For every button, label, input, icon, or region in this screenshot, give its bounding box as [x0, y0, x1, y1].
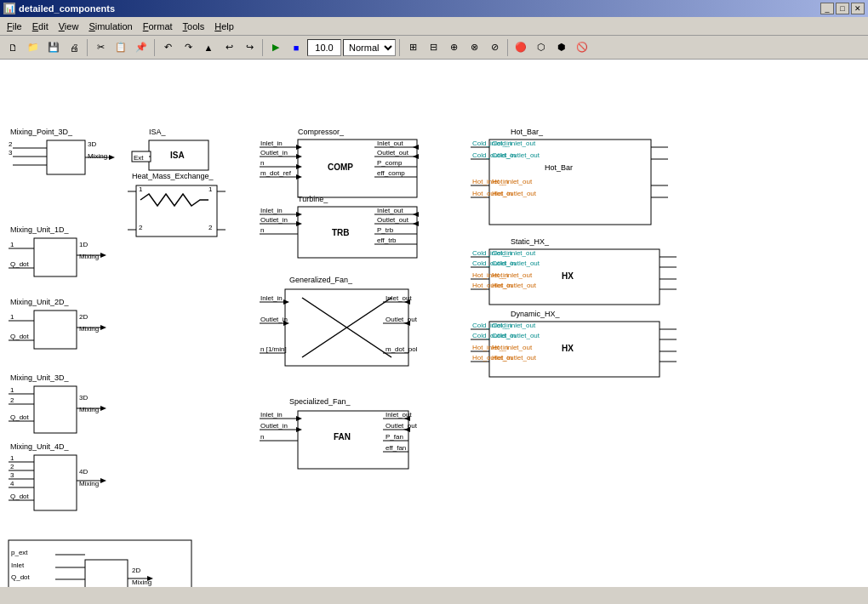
svg-text:Hot_outlet_out: Hot_outlet_out [492, 354, 537, 362]
next-button[interactable]: ↪ [240, 38, 259, 57]
svg-rect-1 [47, 140, 85, 174]
svg-text:eff_trb: eff_trb [377, 236, 397, 244]
sep5 [507, 39, 508, 56]
svg-text:HX: HX [562, 344, 574, 353]
print-button[interactable]: 🖨 [65, 38, 83, 57]
tb-btn-8[interactable]: ⬢ [552, 38, 571, 57]
tb-btn-7[interactable]: ⬡ [532, 38, 551, 57]
svg-text:Compressor_: Compressor_ [298, 128, 345, 136]
svg-text:Mixing_Unit_1D_: Mixing_Unit_1D_ [10, 225, 70, 234]
stop-button[interactable]: ■ [287, 38, 306, 57]
tb-btn-2[interactable]: ⊟ [424, 38, 443, 57]
new-button[interactable]: 🗋 [3, 38, 22, 57]
svg-text:Mixing_Unit_2D_: Mixing_Unit_2D_ [10, 298, 70, 306]
close-button[interactable]: ✕ [851, 3, 865, 14]
svg-text:2: 2 [10, 396, 14, 404]
tb-btn-4[interactable]: ⊗ [465, 38, 483, 57]
up-button[interactable]: ▲ [199, 38, 218, 57]
svg-text:Outlet_out: Outlet_out [385, 316, 418, 323]
svg-text:Hot_outlet_out: Hot_outlet_out [492, 190, 537, 197]
svg-text:Cold_inlet_out: Cold_inlet_out [492, 322, 536, 329]
menu-view[interactable]: View [54, 20, 84, 33]
title-bar: 📊 detailed_components _ □ ✕ [0, 0, 868, 17]
svg-text:1: 1 [10, 241, 14, 248]
sep4 [399, 39, 400, 56]
diagram-svg: Mixing_Point_3D_ 2 3 3D Mixing ISA_ ISA … [0, 60, 868, 587]
svg-text:FAN: FAN [334, 432, 351, 442]
sep3 [262, 39, 263, 56]
svg-text:eff_fan: eff_fan [385, 444, 406, 452]
svg-text:1: 1 [10, 313, 14, 321]
svg-text:Inlet: Inlet [11, 561, 25, 569]
svg-text:Hot_Bar: Hot_Bar [545, 163, 573, 172]
zoom-input[interactable] [307, 39, 341, 56]
title-controls[interactable]: _ □ ✕ [820, 3, 865, 14]
svg-text:Cold_outlet_out: Cold_outlet_out [492, 332, 540, 339]
canvas[interactable]: Mixing_Point_3D_ 2 3 3D Mixing ISA_ ISA … [0, 60, 868, 587]
undo-button[interactable]: ↶ [158, 38, 177, 57]
svg-text:Hot_Bar_: Hot_Bar_ [511, 128, 544, 136]
svg-text:1D: 1D [79, 241, 88, 248]
svg-text:n: n [260, 159, 264, 167]
title-icon: 📊 [3, 3, 15, 14]
svg-text:n: n [260, 226, 264, 234]
svg-text:3D: 3D [88, 140, 96, 148]
copy-button[interactable]: 📋 [111, 38, 130, 57]
svg-text:TRB: TRB [332, 228, 350, 237]
svg-text:m_dot_ref: m_dot_ref [260, 169, 292, 177]
menu-edit[interactable]: Edit [27, 20, 54, 33]
svg-text:2: 2 [9, 140, 13, 148]
tb-btn-6[interactable]: 🔴 [511, 38, 530, 57]
open-button[interactable]: 📁 [24, 38, 43, 57]
svg-text:Mixing: Mixing [88, 152, 107, 160]
svg-text:Static_HX_: Static_HX_ [511, 237, 550, 246]
sep2 [154, 39, 155, 56]
svg-text:2: 2 [10, 463, 14, 470]
menu-simulation[interactable]: Simulation [83, 20, 137, 33]
redo-button[interactable]: ↷ [179, 38, 197, 57]
svg-text:3: 3 [10, 471, 14, 479]
toolbar: 🗋 📁 💾 🖨 ✂ 📋 📌 ↶ ↷ ▲ ↩ ↪ ▶ ■ Normal Debug… [0, 36, 868, 60]
svg-text:Cold_outlet_out: Cold_outlet_out [492, 151, 540, 159]
svg-text:COMP: COMP [328, 162, 353, 172]
tb-btn-3[interactable]: ⊕ [444, 38, 463, 57]
mode-select[interactable]: Normal Debug [343, 39, 396, 56]
tb-btn-5[interactable]: ⊘ [485, 38, 504, 57]
svg-text:Mixing: Mixing [79, 480, 99, 487]
maximize-button[interactable]: □ [836, 3, 849, 14]
menu-file[interactable]: File [2, 20, 27, 33]
menu-format[interactable]: Format [138, 20, 178, 33]
svg-text:Mixing_Unit_4D_: Mixing_Unit_4D_ [10, 442, 70, 451]
svg-text:1: 1 [10, 386, 14, 394]
svg-text:ISA: ISA [170, 151, 185, 160]
svg-text:Cold_inlet_out: Cold_inlet_out [492, 140, 536, 147]
svg-text:Specialized_Fan_: Specialized_Fan_ [289, 397, 351, 406]
svg-rect-204 [34, 455, 77, 510]
svg-text:Outlet_out: Outlet_out [377, 216, 409, 224]
save-button[interactable]: 💾 [44, 38, 63, 57]
prev-button[interactable]: ↩ [220, 38, 238, 57]
svg-text:Q_dot: Q_dot [10, 260, 30, 268]
paste-button[interactable]: 📌 [132, 38, 151, 57]
tb-btn-1[interactable]: ⊞ [403, 38, 422, 57]
svg-text:Dynamic_HX_: Dynamic_HX_ [511, 310, 561, 318]
svg-text:Inlet_out: Inlet_out [385, 294, 412, 302]
menu-bar: File Edit View Simulation Format Tools H… [0, 17, 868, 36]
svg-text:Inlet_in: Inlet_in [260, 207, 283, 214]
run-button[interactable]: ▶ [266, 38, 285, 57]
svg-text:4D: 4D [79, 468, 88, 476]
svg-text:m_dot_H2O_gas_ext: m_dot_H2O_gas_ext [11, 585, 76, 587]
svg-text:2: 2 [139, 224, 143, 231]
svg-text:Q_dot: Q_dot [10, 493, 30, 500]
menu-tools[interactable]: Tools [178, 20, 210, 33]
svg-text:Cold_outlet_out: Cold_outlet_out [492, 259, 540, 267]
svg-text:2: 2 [208, 224, 213, 231]
svg-text:Inlet_in: Inlet_in [260, 411, 283, 419]
minimize-button[interactable]: _ [820, 3, 834, 14]
svg-text:P_comp: P_comp [377, 159, 403, 167]
cut-button[interactable]: ✂ [91, 38, 110, 57]
tb-btn-9[interactable]: 🚫 [573, 38, 591, 57]
menu-help[interactable]: Help [209, 20, 239, 33]
svg-text:Inlet_out: Inlet_out [377, 140, 403, 147]
svg-text:1: 1 [208, 185, 213, 193]
